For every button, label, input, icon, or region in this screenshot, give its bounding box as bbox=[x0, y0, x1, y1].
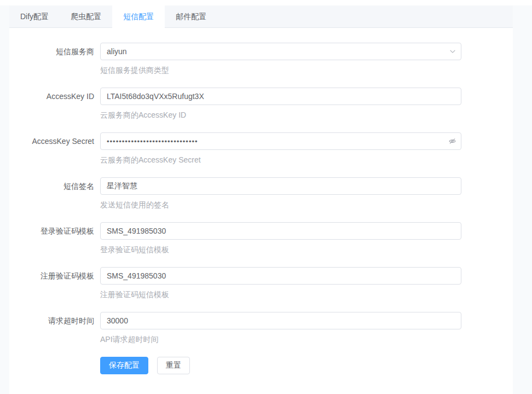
page-gutter-left bbox=[0, 5, 9, 394]
request-timeout-label: 请求超时时间 bbox=[9, 312, 100, 345]
register-code-template-input[interactable] bbox=[100, 267, 461, 285]
register-code-template-help: 注册验证码短信模板 bbox=[100, 289, 461, 300]
login-code-template-label: 登录验证码模板 bbox=[9, 222, 100, 255]
sms-provider-label: 短信服务商 bbox=[9, 43, 100, 76]
settings-page: Dify配置 爬虫配置 短信配置 邮件配置 短信服务商 短信服务提供商类型 bbox=[0, 0, 532, 394]
login-code-template-help: 登录验证码短信模板 bbox=[100, 244, 461, 255]
sms-provider-select[interactable] bbox=[100, 43, 461, 60]
chevron-down-icon bbox=[449, 48, 456, 55]
accesskey-secret-input[interactable] bbox=[100, 132, 461, 150]
accesskey-id-label: AccessKey ID bbox=[9, 88, 100, 120]
tab-dify-config[interactable]: Dify配置 bbox=[9, 5, 60, 27]
eye-hidden-icon[interactable] bbox=[448, 137, 456, 146]
request-timeout-help: API请求超时时间 bbox=[100, 334, 461, 345]
tab-sms-config[interactable]: 短信配置 bbox=[112, 5, 165, 28]
form-item-sms-signature: 短信签名 发送短信使用的签名 bbox=[9, 177, 513, 210]
form-item-sms-provider: 短信服务商 短信服务提供商类型 bbox=[9, 43, 513, 76]
tab-email-config[interactable]: 邮件配置 bbox=[165, 5, 217, 27]
form-item-login-code-template: 登录验证码模板 登录验证码短信模板 bbox=[9, 222, 513, 255]
page-gutter-right bbox=[513, 5, 532, 394]
tab-crawler-config[interactable]: 爬虫配置 bbox=[60, 5, 112, 27]
save-config-button[interactable]: 保存配置 bbox=[100, 357, 148, 374]
request-timeout-input[interactable] bbox=[100, 312, 461, 329]
accesskey-id-help: 云服务商的AccessKey ID bbox=[100, 109, 461, 120]
form-item-request-timeout: 请求超时时间 API请求超时时间 bbox=[9, 312, 513, 345]
sms-provider-help: 短信服务提供商类型 bbox=[100, 65, 461, 76]
reset-button[interactable]: 重置 bbox=[157, 357, 190, 374]
form-actions: 保存配置 重置 bbox=[100, 357, 513, 374]
sms-provider-value[interactable] bbox=[100, 43, 461, 60]
form-item-register-code-template: 注册验证码模板 注册验证码短信模板 bbox=[9, 267, 513, 300]
form-item-accesskey-secret: AccessKey Secret 云服务商的AccessKey Secret bbox=[9, 132, 513, 165]
accesskey-secret-help: 云服务商的AccessKey Secret bbox=[100, 154, 461, 165]
accesskey-id-input[interactable] bbox=[100, 88, 461, 105]
sms-signature-label: 短信签名 bbox=[9, 177, 100, 210]
sms-signature-help: 发送短信使用的签名 bbox=[100, 199, 461, 210]
config-card: Dify配置 爬虫配置 短信配置 邮件配置 短信服务商 短信服务提供商类型 bbox=[9, 5, 513, 374]
login-code-template-input[interactable] bbox=[100, 222, 461, 240]
accesskey-secret-label: AccessKey Secret bbox=[9, 132, 100, 165]
register-code-template-label: 注册验证码模板 bbox=[9, 267, 100, 300]
form-item-accesskey-id: AccessKey ID 云服务商的AccessKey ID bbox=[9, 88, 513, 120]
config-tabs: Dify配置 爬虫配置 短信配置 邮件配置 bbox=[9, 5, 513, 28]
sms-config-form: 短信服务商 短信服务提供商类型 AccessKey ID bbox=[9, 28, 513, 374]
sms-signature-input[interactable] bbox=[100, 177, 461, 195]
